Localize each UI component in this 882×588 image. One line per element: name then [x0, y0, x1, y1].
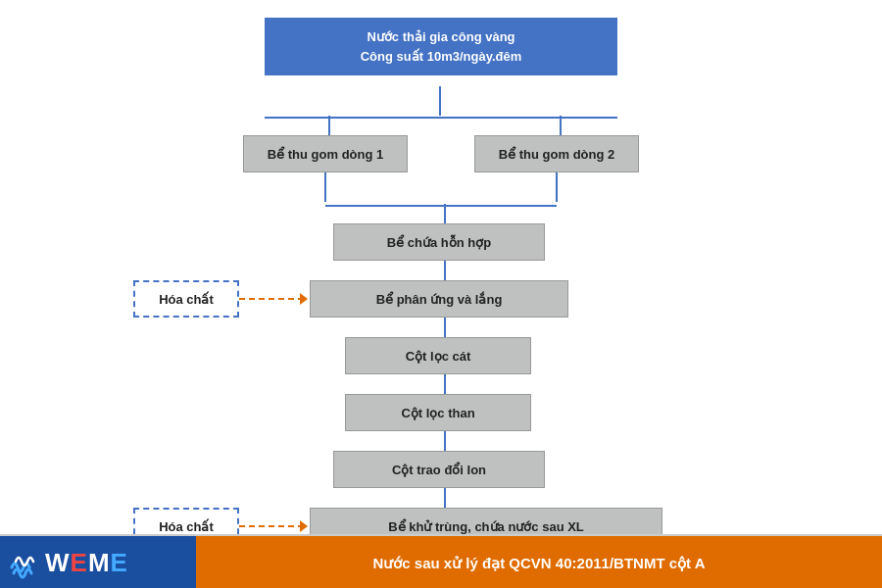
- top-box: Nước thải gia công vàng Công suất 10m3/n…: [265, 18, 617, 75]
- footer-label: Nước sau xử lý đạt QCVN 40:2011/BTNMT cộ…: [196, 536, 882, 588]
- cot-loc-cat: Cột lọc cát: [345, 337, 531, 374]
- top-box-line1: Nước thải gia công vàng: [367, 29, 514, 44]
- be-phan-ung: Bể phân ứng và lắng: [310, 280, 568, 318]
- hoa-chat-1: Hóa chất: [133, 280, 239, 318]
- footer-label-text: Nước sau xử lý đạt QCVN 40:2011/BTNMT cộ…: [372, 555, 705, 572]
- logo-wave-icon: [10, 546, 45, 581]
- logo-text: WEME: [45, 548, 128, 578]
- dashed-arrow-1: [239, 293, 310, 305]
- be-thu-gom-2: Bể thu gom dòng 2: [474, 135, 639, 172]
- cot-loc-than: Cột lọc than: [345, 394, 531, 431]
- top-box-line2: Công suất 10m3/ngày.đêm: [361, 49, 522, 64]
- dashed-arrow-2: [239, 520, 310, 532]
- footer: WEME Nước sau xử lý đạt QCVN 40:2011/BTN…: [0, 534, 882, 588]
- arrow-be1-merge: [324, 172, 326, 202]
- diagram-area: Nước thải gia công vàng Công suất 10m3/n…: [0, 0, 882, 534]
- logo-area: WEME: [0, 536, 196, 588]
- be-chua-hon-hop: Bể chứa hỗn hợp: [333, 223, 545, 261]
- arrow-top-to-split: [439, 86, 441, 116]
- be-thu-gom-1: Bể thu gom dòng 1: [243, 135, 408, 172]
- arrow-be2-merge: [556, 172, 558, 202]
- cot-trao-doi-ion: Cột trao đổi Ion: [333, 451, 545, 488]
